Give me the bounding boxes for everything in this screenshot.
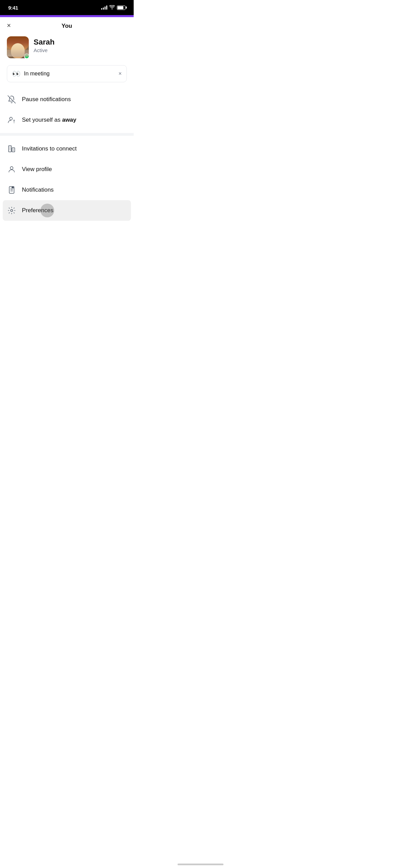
status-time: 9:41 [8,5,18,11]
invitations-label: Invitations to connect [22,145,77,152]
user-icon [7,165,16,174]
clear-status-button[interactable]: × [119,71,122,77]
sheet-title: You [62,23,72,29]
profile-info: Sarah Active [34,36,54,53]
close-button[interactable]: × [7,22,11,29]
bottom-sheet: × You Sarah Active 👀 In meeting × [0,17,134,222]
view-profile-label: View profile [22,166,52,173]
profile-name: Sarah [34,38,54,47]
status-message-box[interactable]: 👀 In meeting × [7,65,127,82]
svg-point-12 [12,186,14,189]
status-message-text: In meeting [24,71,115,77]
pause-notifications-item[interactable]: Pause notifications [0,89,134,110]
menu-group-2: Invitations to connect View profile [0,137,134,222]
svg-point-1 [10,117,12,120]
view-profile-item[interactable]: View profile [0,159,134,180]
set-away-label: Set yourself as away [22,117,76,123]
pause-notifications-label: Pause notifications [22,96,71,103]
section-divider [0,133,134,136]
profile-section: Sarah Active [0,34,134,64]
svg-line-0 [8,96,15,103]
wifi-icon [109,5,115,10]
building-icon [7,144,16,154]
avatar [7,36,29,58]
profile-status-text: Active [34,47,54,53]
bell-off-icon [7,95,16,104]
notifications-label: Notifications [22,186,54,193]
signal-icon [101,5,107,10]
svg-point-16 [11,209,13,212]
invitations-item[interactable]: Invitations to connect [0,138,134,159]
set-away-item[interactable]: Set yourself as away [0,110,134,130]
battery-icon [117,5,125,10]
notifications-item[interactable]: Notifications [0,180,134,200]
preferences-label: Preferences [22,207,53,214]
svg-point-10 [10,167,13,169]
status-bar: 9:41 [0,0,134,15]
menu-group-1: Pause notifications Set yourself as away [0,88,134,132]
avatar-container [7,36,29,58]
gear-icon [7,206,16,215]
preferences-item[interactable]: Preferences [3,200,131,221]
user-away-icon [7,115,16,125]
sheet-header: × You [0,17,134,34]
svg-rect-3 [12,148,15,152]
status-emoji: 👀 [12,70,21,78]
phone-notif-icon [7,185,16,195]
status-icons [101,5,125,10]
